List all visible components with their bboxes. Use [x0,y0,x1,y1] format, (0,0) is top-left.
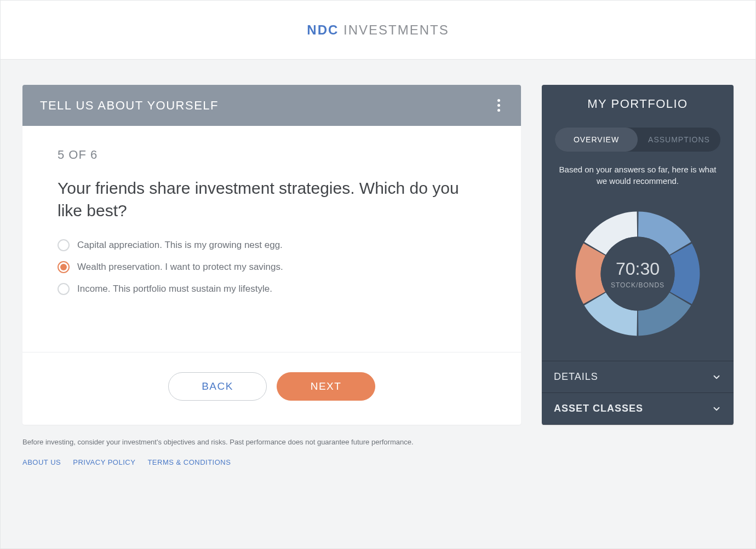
app-frame: NDC INVESTMENTS TELL US ABOUT YOURSELF 5… [0,0,756,549]
options-group: Capital appreciation. This is my growing… [58,239,486,295]
portfolio-donut-chart: 70:30 STOCK/BONDS [564,200,712,348]
footer-link-terms-conditions[interactable]: TERMS & CONDITIONS [147,458,231,466]
question-text: Your friends share investment strategies… [58,177,486,222]
card-menu-button[interactable] [494,96,503,115]
option-0[interactable]: Capital appreciation. This is my growing… [58,239,486,251]
question-card-header: TELL US ABOUT YOURSELF [22,85,521,126]
brand-logo: NDC INVESTMENTS [307,22,449,38]
sidebar-subtext: Based on your answers so far, here is wh… [542,164,734,187]
kebab-dot-icon [497,99,500,102]
back-button[interactable]: BACK [168,372,267,401]
sidebar-title: MY PORTFOLIO [542,85,734,128]
sidebar-tab-assumptions[interactable]: ASSUMPTIONS [638,128,720,152]
step-indicator: 5 OF 6 [58,148,486,162]
accordion-label: DETAILS [554,371,598,383]
option-label: Wealth preservation. I want to protect m… [77,262,283,273]
next-button[interactable]: NEXT [277,372,375,401]
radio-icon [58,261,70,273]
question-card-body: 5 OF 6 Your friends share investment str… [22,126,521,352]
sidebar-accordion: DETAILSASSET CLASSES [542,361,734,425]
brand-bold: NDC [307,22,339,37]
ratio-label: STOCK/BONDS [611,281,665,289]
option-1[interactable]: Wealth preservation. I want to protect m… [58,261,486,273]
accordion-details[interactable]: DETAILS [542,361,734,393]
footer-links: ABOUT USPRIVACY POLICYTERMS & CONDITIONS [22,458,734,466]
chevron-down-icon [712,372,721,382]
content-area: TELL US ABOUT YOURSELF 5 OF 6 Your frien… [1,60,755,438]
option-2[interactable]: Income. This portfolio must sustain my l… [58,283,486,295]
portfolio-sidebar: MY PORTFOLIO OVERVIEWASSUMPTIONS Based o… [542,85,734,425]
accordion-label: ASSET CLASSES [554,403,643,414]
question-card: TELL US ABOUT YOURSELF 5 OF 6 Your frien… [22,85,521,425]
footer-link-about-us[interactable]: ABOUT US [22,458,61,466]
page-footer: Before investing, consider your investme… [1,438,755,483]
kebab-dot-icon [497,109,500,112]
chevron-down-icon [712,404,721,414]
question-card-footer: BACK NEXT [22,352,521,425]
sidebar-tab-overview[interactable]: OVERVIEW [555,128,638,152]
top-bar: NDC INVESTMENTS [1,1,755,60]
donut-center: 70:30 STOCK/BONDS [564,200,712,348]
ratio-value: 70:30 [616,259,660,279]
card-header-title: TELL US ABOUT YOURSELF [40,99,219,113]
disclaimer-text: Before investing, consider your investme… [22,438,734,446]
accordion-asset-classes[interactable]: ASSET CLASSES [542,393,734,425]
radio-icon [58,283,70,295]
radio-icon [58,239,70,251]
kebab-dot-icon [497,104,500,107]
option-label: Income. This portfolio must sustain my l… [77,284,272,294]
footer-link-privacy-policy[interactable]: PRIVACY POLICY [73,458,135,466]
option-label: Capital appreciation. This is my growing… [77,240,283,251]
brand-rest: INVESTMENTS [339,22,449,37]
sidebar-tabs: OVERVIEWASSUMPTIONS [555,128,720,152]
